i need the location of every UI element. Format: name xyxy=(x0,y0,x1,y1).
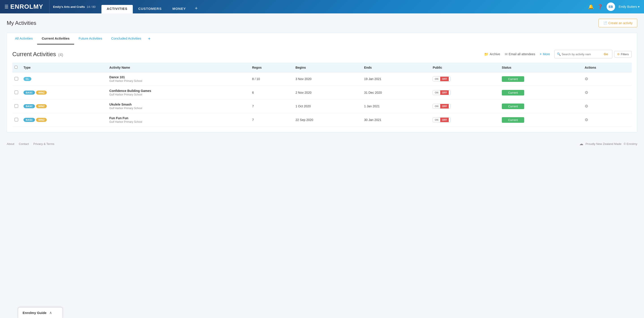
col-begins: Begins xyxy=(293,63,362,72)
nav-tab-customers[interactable]: CUSTOMERS xyxy=(133,5,167,13)
tab-concluded-activities[interactable]: Concluded Activities xyxy=(107,33,146,44)
public-toggle[interactable]: ON OFF xyxy=(432,90,450,95)
col-ends: Ends xyxy=(362,63,430,72)
user-name[interactable]: Emily Butters ▾ xyxy=(619,5,640,8)
tab-current-activities[interactable]: Current Activities xyxy=(37,33,74,44)
tab-all-activities[interactable]: All Activities xyxy=(10,33,37,44)
main-nav: ACTIVITIES CUSTOMERS MONEY + xyxy=(99,0,584,13)
table-row: BASCWINZ Fun Fun Fun Gulf Harbor Primary… xyxy=(12,113,632,127)
toggle-on[interactable]: ON xyxy=(433,118,440,122)
row-public[interactable]: ON OFF xyxy=(430,113,499,127)
footer-privacy[interactable]: Privacy & Terms xyxy=(33,142,54,146)
email-attendees-button[interactable]: ✉ Email all attendees xyxy=(505,52,535,56)
row-type: BASCWINZ xyxy=(21,100,107,113)
activities-count: (4) xyxy=(58,53,63,57)
col-status: Status xyxy=(500,63,582,72)
page-title: My Activities xyxy=(7,20,36,26)
status-badge: Current xyxy=(502,104,524,109)
search-input[interactable] xyxy=(562,53,602,56)
filters-icon: ⚙ xyxy=(617,53,620,56)
public-toggle[interactable]: ON OFF xyxy=(432,117,450,122)
row-checkbox[interactable] xyxy=(14,91,18,94)
row-public[interactable]: ON OFF xyxy=(430,72,499,86)
nav-add-icon[interactable]: + xyxy=(191,5,201,13)
row-actions[interactable]: ⚙ xyxy=(582,100,632,113)
footer-contact[interactable]: Contact xyxy=(19,142,29,146)
row-checkbox[interactable] xyxy=(14,104,18,108)
toggle-off[interactable]: OFF xyxy=(440,90,449,95)
main-header: ☰ ENROLMY Emily's Arts and Crafts 14 / 8… xyxy=(0,0,644,13)
row-regos: 7 xyxy=(250,100,293,113)
row-type: BASCWINZ xyxy=(21,86,107,100)
nav-tab-money[interactable]: MONEY xyxy=(167,5,191,13)
table-row: CL Dance 101 Gulf Harbor Primary School … xyxy=(12,72,632,86)
row-status: Current xyxy=(500,72,582,86)
nz-made-text: Proudly New Zealand Made xyxy=(586,142,622,146)
status-badge: Current xyxy=(502,117,524,123)
create-activity-button[interactable]: 📄 Create an activity xyxy=(598,19,637,27)
gear-icon[interactable]: ⚙ xyxy=(585,90,588,95)
bell-icon[interactable]: 🔔 xyxy=(588,4,594,9)
public-toggle[interactable]: ON OFF xyxy=(432,76,450,81)
row-checkbox[interactable] xyxy=(14,118,18,121)
menu-icon[interactable]: ☰ xyxy=(4,4,8,9)
row-activity-name: Dance 101 Gulf Harbor Primary School xyxy=(107,72,250,86)
row-checkbox-cell xyxy=(12,100,21,113)
page-footer: About Contact Privacy & Terms ☁ Proudly … xyxy=(0,138,644,150)
toggle-on[interactable]: ON xyxy=(433,90,440,95)
toggle-off[interactable]: OFF xyxy=(440,104,449,109)
email-icon: ✉ xyxy=(505,52,508,56)
avatar[interactable]: EB xyxy=(606,2,615,11)
select-all-checkbox[interactable] xyxy=(14,66,18,69)
activities-title-area: Current Activities (4) xyxy=(12,51,63,58)
badge-basc: BASC xyxy=(24,91,35,95)
table-wrap: Type Activity Name Regos Begins Ends Pub… xyxy=(12,63,632,127)
gear-icon[interactable]: ⚙ xyxy=(585,77,588,81)
row-activity-name: Confidence Building Games Gulf Harbor Pr… xyxy=(107,86,250,100)
nz-icon: ☁ xyxy=(579,141,583,146)
tab-future-activities[interactable]: Future Activities xyxy=(74,33,107,44)
gear-icon[interactable]: ⚙ xyxy=(585,118,588,122)
logo: ENROLMY xyxy=(10,3,43,10)
row-begins: 22 Sep 2020 xyxy=(293,113,362,127)
row-regos: 6 xyxy=(250,86,293,100)
row-actions[interactable]: ⚙ xyxy=(582,86,632,100)
toggle-off[interactable]: OFF xyxy=(440,77,449,81)
row-type: BASCWINZ xyxy=(21,113,107,127)
archive-button[interactable]: 📁 Archive xyxy=(484,52,500,56)
row-public[interactable]: ON OFF xyxy=(430,86,499,100)
status-badge: Current xyxy=(502,76,524,82)
row-checkbox[interactable] xyxy=(14,77,18,81)
search-icon: 🔍 xyxy=(557,52,561,56)
row-activity-name: Ukulele Smash Gulf Harbor Primary School xyxy=(107,100,250,113)
col-type: Type xyxy=(21,63,107,72)
filters-button[interactable]: ⚙ Filters xyxy=(614,51,632,57)
archive-icon: 📁 xyxy=(484,52,488,56)
badge-winz: WINZ xyxy=(36,91,47,95)
nav-tab-activities[interactable]: ACTIVITIES xyxy=(102,5,133,13)
toggle-off[interactable]: OFF xyxy=(440,118,449,122)
gear-icon[interactable]: ⚙ xyxy=(585,104,588,109)
badge-winz: WINZ xyxy=(36,104,47,108)
footer-about[interactable]: About xyxy=(7,142,14,146)
more-button[interactable]: + More xyxy=(540,52,550,56)
org-info: Emily's Arts and Crafts 14 / 80 xyxy=(49,0,99,13)
status-badge: Current xyxy=(502,90,524,96)
table-header-row: Type Activity Name Regos Begins Ends Pub… xyxy=(12,63,632,72)
row-public[interactable]: ON OFF xyxy=(430,100,499,113)
org-name: Emily's Arts and Crafts xyxy=(53,5,85,8)
col-public: Public xyxy=(430,63,499,72)
public-toggle[interactable]: ON OFF xyxy=(432,104,450,109)
toggle-on[interactable]: ON xyxy=(433,104,440,109)
row-status: Current xyxy=(500,86,582,100)
add-tab-icon[interactable]: + xyxy=(146,33,153,44)
badge-basc: BASC xyxy=(24,104,35,108)
search-go-button[interactable]: Go xyxy=(602,51,610,57)
toggle-on[interactable]: ON xyxy=(433,77,440,81)
row-status: Current xyxy=(500,100,582,113)
help-icon[interactable]: ❓ xyxy=(598,4,603,9)
logo-area: ☰ ENROLMY xyxy=(0,0,49,13)
row-actions[interactable]: ⚙ xyxy=(582,113,632,127)
activity-tabs: All Activities Current Activities Future… xyxy=(7,33,637,44)
row-actions[interactable]: ⚙ xyxy=(582,72,632,86)
